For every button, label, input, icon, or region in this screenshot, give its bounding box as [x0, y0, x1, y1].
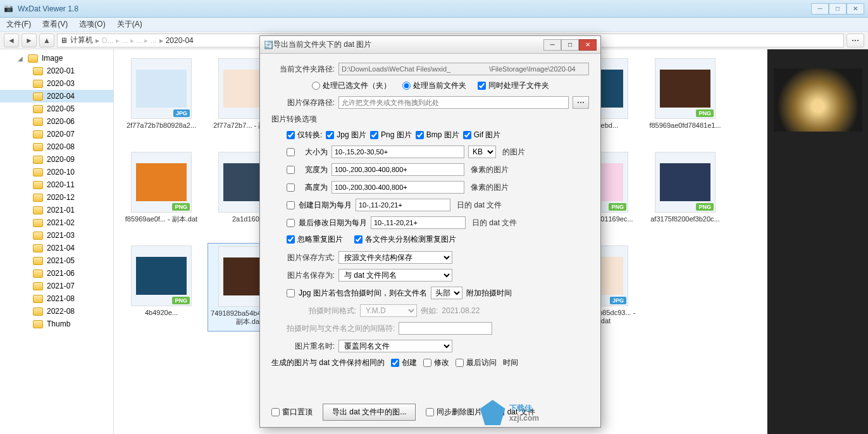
width-input[interactable] [332, 163, 464, 176]
size-input[interactable] [332, 146, 464, 158]
exif-sep-input[interactable] [399, 322, 492, 335]
tree-item-2020-09[interactable]: 2020-09 [0, 153, 113, 166]
cdate-input[interactable] [356, 199, 450, 211]
radio-selected[interactable]: 处理已选文件（夹） [312, 80, 391, 91]
tree-item-Thumb[interactable]: Thumb [0, 318, 113, 330]
size-unit[interactable]: KB [468, 146, 496, 158]
chk-subfolder[interactable]: 同时处理子文件夹 [478, 80, 549, 91]
tree-item-2020-07[interactable]: 2020-07 [0, 128, 113, 140]
tree-item-2021-03[interactable]: 2021-03 [0, 229, 113, 242]
tree-root[interactable]: ◢ Image [0, 52, 113, 65]
tree-item-2020-03[interactable]: 2020-03 [0, 77, 113, 90]
export-button[interactable]: 导出 dat 文件中的图... [323, 404, 416, 421]
thumb-item[interactable]: PNGaf3175f8200ef3b20c... [644, 149, 726, 238]
save-path-input[interactable] [338, 96, 569, 109]
tree-item-label: 2020-04 [47, 92, 75, 101]
folder-icon [33, 118, 43, 126]
chk-only-convert[interactable]: 仅转换: [287, 130, 322, 140]
tree-item-2021-05[interactable]: 2021-05 [0, 254, 113, 267]
chk-cdate[interactable] [287, 201, 295, 209]
name-mode-select[interactable]: 与 dat 文件同名 [338, 269, 452, 282]
tree-item-2020-08[interactable]: 2020-08 [0, 140, 113, 153]
tree-item-label: 2020-10 [47, 168, 75, 177]
cur-path-input[interactable] [338, 63, 589, 75]
exif-fmt-select[interactable]: Y.M.D [360, 304, 417, 317]
folder-icon [33, 320, 43, 328]
folder-icon [33, 282, 43, 290]
tree-item-2021-07[interactable]: 2021-07 [0, 280, 113, 292]
chk-jpg[interactable]: Jpg 图片 [326, 130, 366, 140]
bc-last[interactable]: 2020-04 [166, 36, 194, 45]
bc-computer[interactable]: 计算机 [70, 35, 93, 46]
chk-exif[interactable] [287, 289, 295, 297]
tree-item-label: 2020-09 [47, 155, 75, 164]
nav-back[interactable]: ◄ [4, 34, 19, 47]
tree-item-2021-06[interactable]: 2021-06 [0, 267, 113, 280]
close-button[interactable]: ✕ [846, 3, 864, 15]
tree-item-label: 2022-08 [47, 307, 75, 316]
menu-view[interactable]: 查看(V) [39, 18, 71, 31]
chk-bmp[interactable]: Bmp 图片 [416, 130, 459, 140]
tree-item-2020-05[interactable]: 2020-05 [0, 102, 113, 115]
chk-skip-dup[interactable]: 忽略重复图片 [287, 234, 343, 245]
dialog-footer: 窗口置顶 导出 dat 文件中的图... 同步删除图片对应的 dat 文件 [260, 397, 600, 427]
chk-size[interactable] [287, 148, 295, 156]
nav-fwd[interactable]: ► [22, 34, 37, 47]
chk-keep-create[interactable]: 创建 [391, 357, 417, 368]
chk-keep-access[interactable]: 最后访问 [456, 357, 497, 368]
thumb-item[interactable]: PNG4b4920e... [120, 243, 202, 332]
chk-keep-modify[interactable]: 修改 [423, 357, 449, 368]
save-mode-select[interactable]: 按源文件夹结构保存 [338, 251, 452, 264]
chk-per-folder-dup[interactable]: 各文件夹分别检测重复图片 [354, 234, 456, 245]
dlg-max[interactable]: □ [561, 39, 579, 51]
tree-item-2020-12[interactable]: 2020-12 [0, 191, 113, 204]
folder-icon [33, 143, 43, 151]
chk-topmost[interactable]: 窗口置顶 [271, 407, 313, 418]
thumb-item[interactable]: PNGf85969ae0f... - 副本.dat [120, 149, 202, 238]
tree-item-2020-04[interactable]: 2020-04 [0, 90, 113, 102]
chk-png[interactable]: Png 图片 [370, 130, 412, 140]
thumb-image: PNG [655, 152, 716, 213]
chk-width[interactable] [287, 166, 295, 174]
thumb-item[interactable]: JPG2f77a72b7b80928a2... [120, 56, 202, 144]
browse-button[interactable]: ⋯ [573, 96, 589, 109]
thumb-image: PNG [131, 152, 192, 213]
tree-item-2020-10[interactable]: 2020-10 [0, 166, 113, 178]
tree-item-2020-06[interactable]: 2020-06 [0, 115, 113, 128]
chk-mdate[interactable] [287, 219, 295, 227]
dialog-titlebar[interactable]: 🔄 导出当前文件夹下的 dat 图片 ─ □ ✕ [260, 36, 600, 54]
menu-options[interactable]: 选项(O) [75, 18, 109, 31]
menu-about[interactable]: 关于(A) [113, 18, 146, 31]
maximize-button[interactable]: □ [829, 3, 846, 15]
dlg-min[interactable]: ─ [543, 39, 561, 51]
tree-item-label: 2020-07 [47, 130, 75, 139]
minimize-button[interactable]: ─ [811, 3, 829, 15]
dup-name-select[interactable]: 覆盖同名文件 [338, 340, 452, 352]
folder-icon [33, 219, 43, 227]
tree-item-2021-01[interactable]: 2021-01 [0, 204, 113, 216]
more-button[interactable]: ⋯ [846, 34, 864, 47]
radio-current[interactable]: 处理当前文件夹 [402, 80, 466, 91]
collapse-icon[interactable]: ◢ [18, 55, 24, 62]
tree-item-label: 2021-08 [47, 294, 75, 303]
tree-item-2021-02[interactable]: 2021-02 [0, 216, 113, 229]
tree-item-2020-11[interactable]: 2020-11 [0, 178, 113, 191]
exif-pos-select[interactable]: 头部 [431, 287, 462, 299]
nav-up[interactable]: ▲ [39, 34, 54, 47]
folder-icon [28, 54, 38, 63]
tree-item-2021-04[interactable]: 2021-04 [0, 242, 113, 254]
watermark-icon [480, 400, 505, 425]
menu-file[interactable]: 文件(F) [3, 18, 35, 31]
chk-height[interactable] [287, 183, 295, 192]
menubar: 文件(F) 查看(V) 选项(O) 关于(A) [0, 18, 868, 32]
tree-item-2020-01[interactable]: 2020-01 [0, 65, 113, 77]
chk-gif[interactable]: Gif 图片 [463, 130, 501, 140]
height-input[interactable] [332, 181, 464, 194]
mdate-input[interactable] [371, 216, 466, 229]
thumb-item[interactable]: PNGf85969ae0fd78481e1... [644, 56, 726, 144]
tree-item-2022-08[interactable]: 2022-08 [0, 305, 113, 318]
sidebar[interactable]: ◢ Image 2020-012020-032020-042020-052020… [0, 49, 114, 434]
dlg-close[interactable]: ✕ [579, 39, 597, 51]
thumb-name: 4b4920e... [123, 309, 200, 317]
tree-item-2021-08[interactable]: 2021-08 [0, 292, 113, 305]
